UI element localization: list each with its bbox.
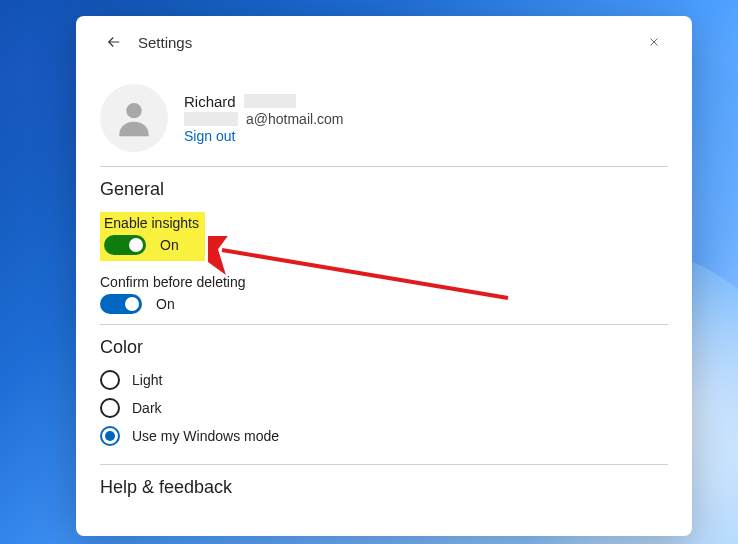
radio-icon — [100, 398, 120, 418]
user-name: Richard — [184, 93, 236, 110]
profile-info: Richard a@hotmail.com Sign out — [184, 93, 343, 144]
section-title-general: General — [100, 167, 668, 210]
settings-dialog: Settings Richard a@hotmail.com Sign out … — [76, 16, 692, 536]
section-title-help: Help & feedback — [100, 465, 668, 498]
user-email: a@hotmail.com — [246, 111, 343, 127]
sign-out-link[interactable]: Sign out — [184, 128, 343, 144]
radio-label-dark: Dark — [132, 400, 162, 416]
confirm-delete-label: Confirm before deleting — [100, 274, 246, 290]
confirm-delete-state: On — [156, 296, 175, 312]
radio-icon — [100, 426, 120, 446]
redacted-name — [244, 94, 296, 108]
radio-label-light: Light — [132, 372, 162, 388]
close-icon — [647, 35, 661, 49]
radio-windows-mode[interactable]: Use my Windows mode — [100, 426, 668, 446]
close-button[interactable] — [640, 28, 668, 56]
svg-point-0 — [126, 103, 141, 118]
confirm-delete-toggle[interactable] — [100, 294, 142, 314]
radio-label-windows: Use my Windows mode — [132, 428, 279, 444]
setting-confirm-delete: Confirm before deleting On — [100, 271, 668, 324]
redacted-email — [184, 112, 238, 126]
back-button[interactable] — [100, 28, 128, 56]
setting-enable-insights: Enable insights On — [100, 210, 668, 271]
enable-insights-label: Enable insights — [104, 215, 199, 231]
page-title: Settings — [138, 34, 192, 51]
person-icon — [112, 96, 156, 140]
enable-insights-state: On — [160, 237, 179, 253]
highlight-annotation: Enable insights On — [100, 212, 205, 261]
avatar — [100, 84, 168, 152]
radio-dark[interactable]: Dark — [100, 398, 668, 418]
color-options: Light Dark Use my Windows mode — [100, 368, 668, 464]
radio-icon — [100, 370, 120, 390]
radio-light[interactable]: Light — [100, 370, 668, 390]
titlebar: Settings — [100, 16, 668, 68]
section-title-color: Color — [100, 325, 668, 368]
enable-insights-toggle[interactable] — [104, 235, 146, 255]
profile-block: Richard a@hotmail.com Sign out — [100, 68, 668, 166]
back-arrow-icon — [105, 33, 123, 51]
